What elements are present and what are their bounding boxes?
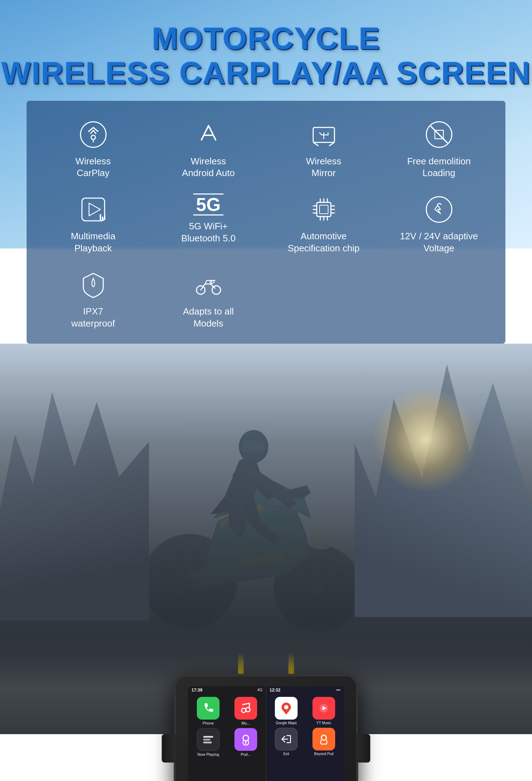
feature-wireless-carplay: WirelessCarPlay [37,115,149,183]
features-grid: WirelessCarPlay WirelessAndroid Auto [37,115,495,333]
screen-divider [266,686,266,781]
feature-free-demolition: Free demolitionLoading [383,115,495,183]
feature-label-android-auto: WirelessAndroid Auto [182,155,235,180]
feature-5g-wifi: 5G 5G WiFi+Bluetooth 5.0 [153,190,264,258]
mount-bracket-left [162,734,176,763]
voltage-icon [423,193,455,225]
svg-rect-13 [320,205,328,214]
svg-point-50 [242,708,246,712]
app-google-maps[interactable]: Google Maps [269,697,304,725]
svg-rect-12 [317,202,331,217]
svg-rect-54 [203,742,212,743]
app-podcast[interactable]: Pod... [228,728,263,757]
app-music[interactable]: Mu... [228,697,263,725]
screen-left-carplay: 17:39 4G [188,686,266,781]
feature-adaptive-voltage: 12V / 24V adaptiveVoltage [383,190,495,258]
feature-label-voltage: 12V / 24V adaptiveVoltage [400,230,478,255]
apps-grid-left: Phone [188,694,266,759]
app-yt-music[interactable]: YT Music [306,697,341,725]
device-section: 17:39 4G [0,663,532,781]
time-left: 17:39 [192,688,203,693]
feature-label-carplay: WirelessCarPlay [76,155,111,180]
app-yt-music-label: YT Music [316,721,331,725]
feature-android-auto: WirelessAndroid Auto [153,115,264,183]
app-beyond-pod[interactable]: Beyond Pod [306,728,341,756]
svg-point-61 [321,735,326,740]
app-podcast-label: Pod... [241,752,251,757]
feature-automotive-chip: AutomotiveSpecification chip [268,190,379,258]
status-bar-left: 17:39 4G [188,686,266,694]
feature-all-models: Adapts to allModels [153,265,264,333]
carplay-icon [77,119,109,151]
svg-point-57 [284,705,288,709]
feature-waterproof: IPX7waterproof [37,265,149,333]
signal-left: 4G [257,688,262,693]
time-right: 12:32 [270,688,281,693]
svg-point-1 [91,135,95,140]
title-line1: MOTORCYCLE [152,21,380,56]
app-phone-label: Phone [203,721,214,725]
app-exit[interactable]: Exit [269,728,304,756]
android-auto-icon [193,119,225,151]
5g-text: 5G [193,193,223,215]
mount-bracket-right [356,734,370,763]
page-title: MOTORCYCLE WIRELESS CARPLAY/AA SCREEN [0,21,532,90]
play-icon [77,193,109,225]
feature-multimedia: MultimediaPlayback [37,190,149,258]
svg-rect-52 [203,736,213,738]
app-phone[interactable]: Phone [191,697,226,725]
svg-marker-8 [89,203,100,216]
feature-label-chip: AutomotiveSpecification chip [288,230,359,255]
features-panel: WirelessCarPlay WirelessAndroid Auto [27,101,505,344]
app-music-label: Mu... [242,721,250,725]
svg-rect-53 [203,739,210,741]
mirror-icon [308,119,340,151]
chip-icon [308,193,340,225]
feature-wireless-mirror: WirelessMirror [268,115,379,183]
feature-label-mirror: WirelessMirror [306,155,342,180]
apps-grid-right: Google Maps YT Music [266,694,344,759]
shield-water-icon [77,269,109,301]
feature-label-waterproof: IPX7waterproof [71,306,115,330]
app-google-maps-label: Google Maps [276,721,297,725]
app-now-playing-label: Now Playing [197,752,219,757]
no-tool-icon [423,119,455,151]
sun-glow [372,386,479,493]
battery-right: ▪▪▪ [336,688,340,693]
main-container: MOTORCYCLE WIRELESS CARPLAY/AA SCREEN Wi… [0,0,532,781]
device-screen: 17:39 4G [188,686,344,781]
svg-point-51 [246,708,250,712]
svg-point-55 [243,735,249,741]
feature-label-all-models: Adapts to allModels [183,306,234,330]
app-exit-label: Exit [283,752,289,756]
status-bar-right: 12:32 ▪▪▪ [266,686,344,694]
motorcycle-icon [193,269,225,301]
svg-rect-7 [82,198,105,221]
app-beyond-pod-label: Beyond Pod [314,752,334,756]
title-section: MOTORCYCLE WIRELESS CARPLAY/AA SCREEN [0,0,532,101]
feature-label-multimedia: MultimediaPlayback [71,230,116,255]
feature-label-free-demolition: Free demolitionLoading [407,155,471,180]
device-wrapper: 17:39 4G [167,663,365,781]
title-line2: WIRELESS CARPLAY/AA SCREEN [0,56,532,90]
svg-point-0 [81,122,106,147]
app-now-playing[interactable]: Now Playing [191,728,226,757]
screen-right-android-auto: 12:32 ▪▪▪ [266,686,344,781]
feature-label-5g: 5G WiFi+Bluetooth 5.0 [181,220,235,245]
device-outer-casing: 17:39 4G [174,674,358,781]
